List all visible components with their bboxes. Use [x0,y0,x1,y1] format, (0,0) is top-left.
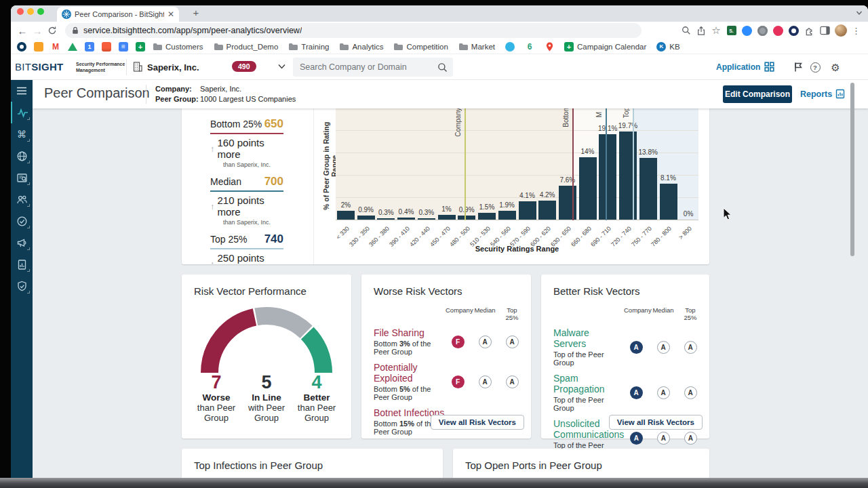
report-document-icon [16,259,28,270]
sidebar-item-network[interactable]: ⌘ [11,123,33,145]
search-magnifier-icon[interactable] [437,62,448,73]
worse-risk-vectors-panel: Worse Risk Vectors CompanyMedianTop 25% … [361,274,531,439]
histogram-bar [498,211,516,220]
risk-vector-performance-panel: Risk Vector Performance 7Worsethan Peer … [182,274,351,439]
bookmark-folder[interactable]: Competition [393,43,448,51]
company-selector-name[interactable]: Saperix, Inc. [147,62,199,73]
back-button[interactable]: ← [15,23,30,38]
search-icon[interactable] [679,23,694,38]
panel-title: Risk Vector Performance [182,274,351,297]
risk-vector-link[interactable]: File Sharing [374,327,446,338]
tab-close-icon[interactable]: ✕ [167,9,174,19]
sidebar-item-findings[interactable] [11,167,33,188]
grade-badge: A [657,386,670,399]
bookmark-star-icon[interactable]: ☆ [709,23,724,38]
sheets-bookmark-icon[interactable]: + [136,42,145,52]
scrollbar-thumb[interactable] [850,83,854,256]
bookmark-item[interactable]: 6 [525,42,534,52]
sidebar-menu-toggle[interactable] [11,80,33,102]
grade-cell: F [446,336,470,348]
view-all-risk-vectors-button[interactable]: View all Risk Vectors [431,415,524,430]
extension-red-icon[interactable] [770,23,786,38]
tab-list-chevron-icon[interactable] [856,9,863,16]
grade-badge: A [630,432,643,445]
window-close-button[interactable] [17,8,24,15]
bookmark-folder[interactable]: Training [288,43,329,51]
sidebar-item-assessments[interactable] [11,210,33,232]
extension-salesforce-icon[interactable]: S. [724,23,739,38]
x-axis-title: Security Ratings Range [336,245,698,253]
gauge-count: 4 [292,373,342,392]
drive-bookmark-icon[interactable] [68,43,77,51]
view-all-risk-vectors-button[interactable]: View all Risk Vectors [609,415,703,430]
lightbulb-bookmark-icon[interactable] [34,42,43,52]
help-icon[interactable]: ? [809,61,821,73]
risk-vector-link[interactable]: Malware Servers [553,327,624,349]
share-icon[interactable] [694,23,709,38]
calendar-bookmark-icon[interactable]: 1 [85,42,94,52]
sidebar-item-peer-analytics[interactable] [11,102,33,123]
stat-value: 740 [264,232,283,246]
reload-button[interactable] [45,23,60,38]
bookmark-item[interactable]: +Campaign Calendar [564,42,646,52]
risk-vector-subtext: Bottom 3% of the Peer Group [374,340,446,356]
sidebar-item-alerts[interactable] [11,232,33,253]
grade-badge: F [452,336,465,348]
extension-navy-icon[interactable] [786,23,802,38]
toolbar-actions: ☆ S. ⋮ [679,23,868,38]
risk-vector-link[interactable]: Potentially Exploited [374,362,446,384]
sidebar-item-users[interactable] [11,188,33,210]
bookmark-folder[interactable]: Customers [153,43,203,51]
bookmark-item[interactable] [545,42,554,52]
stat-delta-text: 160 points more [218,137,284,160]
bookmark-item[interactable] [505,42,515,52]
settings-gear-icon[interactable]: ⚙ [829,61,842,73]
company-selector-chevron-icon[interactable] [278,64,285,69]
screen: Peer Comparison - BitSight SP ✕ + ← → se… [0,0,868,488]
reports-link[interactable]: Reports [800,89,845,99]
company-search[interactable] [293,58,453,77]
ratings-histogram: % of Peer Group in Rating Range 2%0.9%0.… [314,108,709,264]
extension-zoom-icon[interactable] [739,23,755,38]
browser-tab[interactable]: Peer Comparison - BitSight SP ✕ [57,7,179,22]
marker-label: Bottom [562,108,570,127]
folder-icon [214,43,223,51]
bookmark-folder[interactable]: Product_Demo [214,43,279,51]
bookmark-folder[interactable]: Analytics [339,43,383,51]
okta-bookmark-icon[interactable] [17,42,26,52]
histogram-bar [519,201,536,220]
bitsight-logo[interactable]: BITSIGHT [15,61,64,73]
edit-comparison-button[interactable]: Edit Comparison [723,85,792,103]
sidebar-item-security[interactable] [11,275,33,297]
extensions-puzzle-icon[interactable] [802,23,817,38]
window-minimize-button[interactable] [27,8,34,15]
docs-bookmark-icon[interactable]: ≡ [119,42,128,52]
grade-cell: A [678,432,703,445]
grade-column-headers: CompanyMedianTop 25% [541,306,709,321]
application-menu[interactable]: Application [716,62,774,72]
bookmark-item[interactable]: KKB [656,42,679,52]
side-panel-icon[interactable] [817,23,833,38]
search-input[interactable] [293,62,437,72]
flag-icon[interactable] [792,61,804,73]
company-building-icon [132,61,143,73]
bookmark-folder[interactable]: Market [458,43,495,51]
sidebar-item-reports[interactable] [11,253,33,275]
window-zoom-button[interactable] [37,8,44,15]
extension-camera-icon[interactable] [755,23,770,38]
forward-button[interactable]: → [30,23,45,38]
new-tab-button[interactable]: + [189,7,203,18]
mouse-cursor [723,207,732,221]
risk-vector-link[interactable]: Spam Propagation [553,373,624,394]
company-value: Saperix, Inc. [200,85,241,93]
gmail-bookmark-icon[interactable]: M [51,42,60,52]
address-bar[interactable]: service.bitsighttech.com/app/spm/peer-an… [65,23,642,38]
bar-value-label: 13.8% [633,148,664,156]
sidebar-item-global[interactable] [11,145,33,167]
document-search-icon [16,172,28,184]
app-grid-icon [764,62,774,72]
profile-avatar[interactable] [833,23,848,38]
gauge-count: 7 [191,373,241,392]
mail-bookmark-icon[interactable] [102,42,111,52]
browser-menu-icon[interactable]: ⋮ [848,23,864,38]
